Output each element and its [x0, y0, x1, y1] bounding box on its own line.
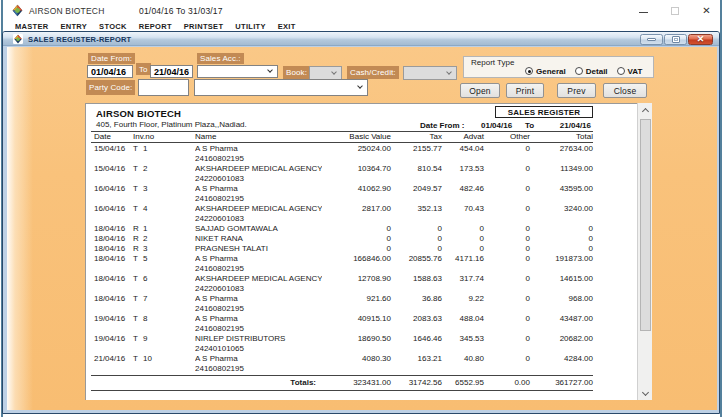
close-button[interactable]: ✕: [691, 0, 722, 21]
menu-item-entry[interactable]: ENTRY: [54, 22, 93, 31]
cell-name: A S Pharma24160802195: [195, 354, 322, 374]
cell-total: 43487.00: [530, 314, 593, 324]
print-button[interactable]: Print: [506, 83, 544, 98]
inv-type: T: [133, 354, 143, 364]
cell-name: NIKET RANA: [195, 234, 322, 244]
cell-basic-value: 0: [322, 244, 391, 254]
party-code-label: Party Code:: [86, 80, 135, 95]
close-form-button[interactable]: Close: [603, 83, 647, 98]
cell-total: 27634.00: [530, 144, 593, 154]
table-row: 19/04/16T8A S Pharma2416080219540915.102…: [91, 314, 593, 334]
minimize-button[interactable]: [628, 0, 659, 21]
cell-total: 0: [530, 244, 593, 254]
table-row: 18/04/16T7A S Pharma24160802195921.6036.…: [91, 294, 593, 314]
cell-name: AKSHARDEEP MEDICAL AGENCY24220601083: [195, 204, 322, 224]
cell-invno: T4: [133, 204, 195, 214]
cell-advat: 40.80: [442, 354, 484, 364]
inv-number: 10: [143, 354, 152, 363]
cell-date: 18/04/16: [91, 274, 133, 284]
prev-button[interactable]: Prev: [557, 83, 596, 98]
form-area: Date From: 01/04/16 To 21/04/16 Sales Ac…: [7, 47, 717, 410]
col-header-date: Date: [91, 132, 133, 142]
party-name: A S Pharma: [195, 354, 322, 364]
radio-icon: [617, 67, 625, 75]
cell-advat: 345.53: [442, 334, 484, 344]
menu-item-report[interactable]: REPORT: [133, 22, 178, 31]
sales-acc-combobox[interactable]: [197, 65, 278, 78]
table-row: 15/04/16T1A S Pharma2416080219525024.002…: [91, 144, 593, 164]
menu-item-exit[interactable]: EXIT: [272, 22, 302, 31]
table-row: 18/04/16R3PRAGNESH TALATI00000: [91, 244, 593, 254]
inv-number: 4: [143, 204, 147, 213]
cell-other: 0: [484, 354, 530, 364]
col-header-tax: Tax: [391, 132, 442, 142]
cell-invno: R1: [133, 224, 195, 234]
date-from-input[interactable]: 01/04/16: [87, 65, 133, 78]
menu-item-stock[interactable]: STOCK: [93, 22, 133, 31]
cell-total: 20682.00: [530, 334, 593, 344]
table-body: 15/04/16T1A S Pharma2416080219525024.002…: [91, 144, 593, 374]
window-border-right: [720, 0, 722, 417]
window-title-period: 01/04/16 To 31/03/17: [139, 6, 223, 16]
child-restore-button[interactable]: [664, 34, 687, 45]
cell-invno: T6: [133, 274, 195, 284]
party-name-combobox[interactable]: [194, 79, 368, 96]
sales-acc-label: Sales Acc.:: [197, 53, 244, 64]
inv-type: T: [133, 184, 143, 194]
scroll-up-icon[interactable]: [638, 103, 653, 117]
cell-basic-value: 4080.30: [322, 354, 391, 364]
cell-invno: T9: [133, 334, 195, 344]
date-to-input[interactable]: 21/04/16: [150, 65, 193, 78]
cell-tax: 352.13: [391, 204, 442, 214]
scroll-down-icon[interactable]: [638, 386, 653, 400]
party-name: A S Pharma: [195, 144, 322, 154]
cell-basic-value: 18690.50: [322, 334, 391, 344]
cell-date: 19/04/16: [91, 334, 133, 344]
party-gst-number: 24160802195: [195, 364, 322, 374]
menu-item-master[interactable]: MASTER: [9, 22, 54, 31]
menu-item-utility[interactable]: UTILITY: [229, 22, 271, 31]
inv-number: 1: [143, 144, 147, 153]
book-label: Book:: [283, 66, 310, 79]
party-name: A S Pharma: [195, 254, 322, 264]
cell-advat: 0: [442, 224, 484, 234]
radio-detail[interactable]: Detail: [575, 67, 608, 76]
party-name: AKSHARDEEP MEDICAL AGENCY: [195, 204, 322, 214]
report-scrollbar[interactable]: [637, 103, 652, 400]
open-button[interactable]: Open: [460, 83, 500, 98]
cell-other: 0: [484, 184, 530, 194]
report-title-badge: SALES REGISTER: [495, 106, 593, 118]
party-name: AKSHARDEEP MEDICAL AGENCY: [195, 164, 322, 174]
inv-type: T: [133, 314, 143, 324]
cell-name: A S Pharma24160802195: [195, 184, 322, 204]
radio-general[interactable]: General: [525, 67, 566, 76]
cell-invno: R3: [133, 244, 195, 254]
cell-total: 11349.00: [530, 164, 593, 174]
totals-label: Totals:: [195, 378, 316, 388]
cell-name: AKSHARDEEP MEDICAL AGENCY24220601083: [195, 274, 322, 294]
date-from-label: Date From:: [88, 53, 135, 64]
cell-date: 16/04/16: [91, 184, 133, 194]
cash-credit-combobox[interactable]: [403, 66, 457, 80]
maximize-icon: [671, 7, 679, 15]
cell-basic-value: 2817.00: [322, 204, 391, 214]
radio-vat[interactable]: VAT: [617, 67, 643, 76]
cell-tax: 20855.76: [391, 254, 442, 264]
party-code-input[interactable]: [138, 79, 189, 96]
menu-item-printset[interactable]: PRINTSET: [178, 22, 230, 31]
inv-type: T: [133, 144, 143, 154]
report-date-to-label: To: [525, 121, 534, 130]
cell-date: 18/04/16: [91, 234, 133, 244]
cell-tax: 2155.77: [391, 144, 442, 154]
table-row: 16/04/16T4AKSHARDEEP MEDICAL AGENCY24220…: [91, 204, 593, 224]
maximize-button[interactable]: [659, 0, 690, 21]
cell-tax: 1588.63: [391, 274, 442, 284]
totals-total: 361727.00: [530, 378, 593, 388]
scrollbar-thumb[interactable]: [640, 119, 651, 331]
child-minimize-button[interactable]: [640, 34, 663, 45]
book-combobox[interactable]: [309, 66, 342, 80]
party-name: A S Pharma: [195, 184, 322, 194]
child-close-button[interactable]: ✕: [688, 34, 713, 45]
cell-advat: 4171.16: [442, 254, 484, 264]
report-view: AIRSON BIOTECH 405, Fourth Floor, Platin…: [85, 103, 637, 400]
